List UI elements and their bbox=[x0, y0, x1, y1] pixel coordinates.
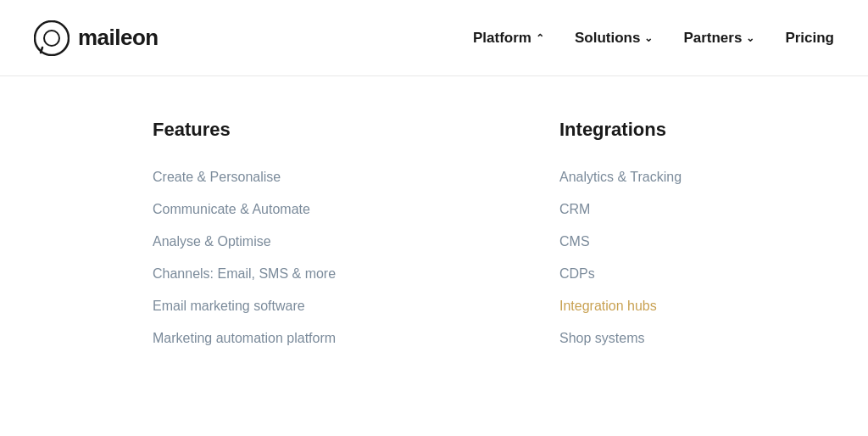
platform-chevron-up-icon: ⌃ bbox=[536, 32, 544, 44]
integrations-heading: Integrations bbox=[559, 119, 797, 141]
features-heading: Features bbox=[153, 119, 390, 141]
nav-pricing[interactable]: Pricing bbox=[785, 30, 834, 47]
features-column: Features Create & Personalise Communicat… bbox=[153, 119, 390, 355]
partners-chevron-down-icon: ⌄ bbox=[746, 32, 754, 44]
logo-text: maileon bbox=[78, 25, 159, 51]
nav-partners[interactable]: Partners ⌄ bbox=[683, 30, 754, 47]
integrations-column: Integrations Analytics & Tracking CRM CM… bbox=[559, 119, 797, 355]
link-crm[interactable]: CRM bbox=[559, 193, 797, 226]
nav-platform[interactable]: Platform ⌃ bbox=[473, 30, 544, 47]
maileon-logo-icon bbox=[34, 20, 70, 56]
solutions-chevron-down-icon: ⌄ bbox=[644, 32, 653, 44]
link-integration-hubs[interactable]: Integration hubs bbox=[559, 290, 797, 322]
svg-point-1 bbox=[44, 31, 59, 46]
link-channels[interactable]: Channels: Email, SMS & more bbox=[153, 258, 390, 290]
link-shop-systems[interactable]: Shop systems bbox=[559, 322, 797, 355]
main-nav: Platform ⌃ Solutions ⌄ Partners ⌄ Pricin… bbox=[473, 30, 834, 47]
link-analytics-tracking[interactable]: Analytics & Tracking bbox=[559, 161, 797, 193]
link-create-personalise[interactable]: Create & Personalise bbox=[153, 161, 390, 193]
nav-solutions[interactable]: Solutions ⌄ bbox=[575, 30, 653, 47]
logo[interactable]: maileon bbox=[34, 20, 159, 56]
link-marketing-automation[interactable]: Marketing automation platform bbox=[153, 322, 390, 355]
link-cdps[interactable]: CDPs bbox=[559, 258, 797, 290]
platform-dropdown: Features Create & Personalise Communicat… bbox=[0, 76, 868, 397]
link-communicate-automate[interactable]: Communicate & Automate bbox=[153, 193, 390, 226]
link-analyse-optimise[interactable]: Analyse & Optimise bbox=[153, 226, 390, 258]
link-email-marketing-software[interactable]: Email marketing software bbox=[153, 290, 390, 322]
link-cms[interactable]: CMS bbox=[559, 226, 797, 258]
header: maileon Platform ⌃ Solutions ⌄ Partners … bbox=[0, 0, 868, 76]
